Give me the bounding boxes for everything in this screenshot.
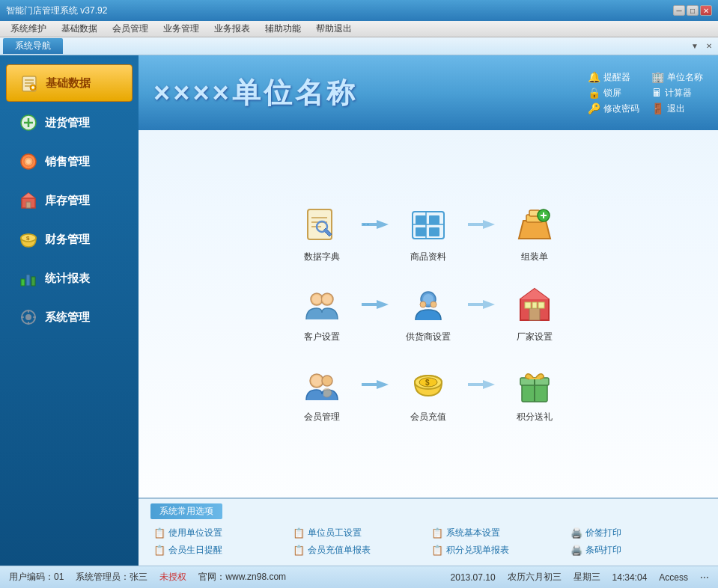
menu-auxiliary[interactable]: 辅助功能 bbox=[258, 21, 308, 37]
sidebar-item-finance[interactable]: $ 财务管理 bbox=[6, 221, 133, 257]
assemble-label: 组装单 bbox=[521, 251, 548, 263]
svg-point-24 bbox=[25, 314, 31, 320]
member-recharge-label: 会员充值 bbox=[410, 411, 446, 423]
close-button[interactable]: ✕ bbox=[700, 5, 712, 16]
sidebar-label-system: 系统管理 bbox=[45, 310, 90, 325]
tool-calculator-label: 计算器 bbox=[665, 87, 692, 99]
status-time: 14:34:04 bbox=[612, 572, 648, 583]
maximize-button[interactable]: □ bbox=[687, 5, 699, 16]
ql-link-barcode-print[interactable]: 🖨️ 条码打印 bbox=[568, 542, 707, 558]
sidebar-item-sales[interactable]: 销售管理 bbox=[6, 144, 133, 180]
svg-rect-63 bbox=[525, 302, 531, 308]
ql-label-recharge-report: 会员充值单报表 bbox=[308, 544, 371, 557]
menu-business-management[interactable]: 业务管理 bbox=[156, 21, 207, 37]
icon-products[interactable]: 商品资料 bbox=[395, 204, 462, 263]
tool-unit-name-label: 单位名称 bbox=[667, 71, 703, 84]
menu-business-reports[interactable]: 业务报表 bbox=[207, 21, 258, 37]
navtab-buttons: ▼ ✕ bbox=[688, 40, 715, 52]
content-area: ××××单位名称 🔔 提醒器 🏢 单位名称 🔒 锁屏 🖩 计算器 bbox=[139, 55, 718, 566]
points-gift-label: 积分送礼 bbox=[517, 411, 553, 423]
banner-title: ××××单位名称 bbox=[153, 74, 358, 112]
tool-change-password[interactable]: 🔑 修改密码 bbox=[588, 102, 639, 115]
status-weekday: 星期三 bbox=[574, 571, 600, 584]
title-bar: 智能门店管理系统 v37.92 ─ □ ✕ bbox=[0, 0, 718, 21]
svg-rect-78 bbox=[531, 378, 538, 379]
manufacturer-label: 厂家设置 bbox=[517, 331, 553, 343]
arrow-5 bbox=[362, 376, 389, 398]
data-dict-img bbox=[300, 204, 344, 248]
member-mgmt-img bbox=[300, 364, 344, 408]
menu-system-maintenance[interactable]: 系统维护 bbox=[3, 21, 54, 37]
ql-link-recharge-report[interactable]: 📋 会员充值单报表 bbox=[290, 542, 429, 558]
ql-icon-price-print: 🖨️ bbox=[571, 527, 582, 539]
minimize-button[interactable]: ─ bbox=[673, 5, 685, 16]
quicklinks-links: 📋 使用单位设置 📋 单位员工设置 📋 系统基本设置 🖨️ 价签打印 📋 bbox=[150, 522, 706, 561]
sidebar-label-finance: 财务管理 bbox=[45, 233, 90, 247]
ql-icon-points-report: 📋 bbox=[431, 545, 443, 556]
status-website: 官网：www.zn98.com bbox=[198, 571, 286, 584]
svg-rect-14 bbox=[26, 202, 31, 208]
icon-member-recharge[interactable]: $ 会员充值 bbox=[395, 364, 462, 423]
ql-label-unit-settings: 使用单位设置 bbox=[168, 527, 222, 539]
svg-rect-64 bbox=[538, 302, 544, 308]
nav-tab-label[interactable]: 系统导航 bbox=[3, 38, 63, 54]
assemble-img bbox=[513, 204, 556, 248]
sidebar-item-basic-data[interactable]: 基础数据 bbox=[6, 64, 133, 102]
icon-data-dict[interactable]: 数据字典 bbox=[288, 204, 356, 263]
sales-icon bbox=[18, 151, 39, 172]
sidebar-item-system[interactable]: 系统管理 bbox=[6, 299, 133, 335]
navtab-close[interactable]: ✕ bbox=[703, 40, 715, 52]
icon-assemble[interactable]: 组装单 bbox=[501, 204, 568, 263]
sidebar-item-purchase[interactable]: 进货管理 bbox=[6, 105, 133, 141]
arrow-1 bbox=[362, 215, 389, 238]
icon-manufacturer[interactable]: 厂家设置 bbox=[501, 284, 568, 343]
status-bar: 用户编码：01 系统管理员：张三 未授权 官网：www.zn98.com 201… bbox=[0, 566, 718, 588]
tool-exit[interactable]: 🚪 退出 bbox=[651, 102, 703, 115]
ql-link-unit-settings[interactable]: 📋 使用单位设置 bbox=[150, 525, 290, 541]
menu-help-exit[interactable]: 帮助退出 bbox=[308, 21, 359, 37]
tool-lock-screen[interactable]: 🔒 锁屏 bbox=[588, 87, 639, 99]
sidebar-item-inventory[interactable]: 库存管理 bbox=[6, 183, 133, 218]
ql-link-points-report[interactable]: 📋 积分兑现单报表 bbox=[428, 542, 568, 558]
svg-marker-61 bbox=[520, 289, 549, 299]
svg-rect-62 bbox=[529, 308, 540, 320]
password-icon: 🔑 bbox=[588, 102, 600, 114]
menu-member-management[interactable]: 会员管理 bbox=[105, 21, 156, 37]
icon-customer[interactable]: 客户设置 bbox=[288, 284, 356, 343]
basic-data-icon bbox=[19, 73, 40, 94]
navtab-dropdown[interactable]: ▼ bbox=[688, 40, 702, 52]
svg-marker-54 bbox=[362, 300, 389, 309]
member-recharge-img: $ bbox=[407, 364, 450, 408]
system-icon bbox=[18, 307, 39, 328]
sidebar-item-stats[interactable]: 统计报表 bbox=[6, 260, 133, 296]
ql-link-birthday-reminder[interactable]: 📋 会员生日提醒 bbox=[150, 542, 290, 558]
ql-icon-employee-settings: 📋 bbox=[293, 527, 305, 539]
svg-text:$: $ bbox=[26, 235, 30, 242]
ql-link-price-print[interactable]: 🖨️ 价签打印 bbox=[568, 525, 707, 541]
tool-unit-name[interactable]: 🏢 单位名称 bbox=[651, 71, 703, 84]
ql-link-employee-settings[interactable]: 📋 单位员工设置 bbox=[290, 525, 429, 541]
ql-label-price-print: 价签打印 bbox=[585, 527, 621, 539]
customer-img bbox=[300, 284, 344, 328]
ql-link-system-settings[interactable]: 📋 系统基本设置 bbox=[428, 525, 568, 541]
status-date: 2013.07.10 bbox=[451, 572, 496, 583]
banner: ××××单位名称 🔔 提醒器 🏢 单位名称 🔒 锁屏 🖩 计算器 bbox=[139, 55, 718, 130]
menu-basic-data[interactable]: 基础数据 bbox=[54, 21, 105, 37]
sidebar: 基础数据 进货管理 销售管理 bbox=[0, 55, 139, 566]
icon-supplier[interactable]: 供货商设置 bbox=[395, 284, 462, 343]
tool-reminder[interactable]: 🔔 提醒器 bbox=[588, 71, 639, 84]
stats-icon bbox=[18, 268, 39, 289]
svg-rect-40 bbox=[429, 227, 439, 236]
nav-tab: 系统导航 ▼ ✕ bbox=[0, 37, 718, 55]
icon-member-mgmt[interactable]: 会员管理 bbox=[288, 364, 356, 423]
sidebar-label-stats: 统计报表 bbox=[45, 272, 90, 286]
sidebar-label-basic-data: 基础数据 bbox=[46, 76, 91, 91]
finance-icon: $ bbox=[18, 229, 39, 250]
icon-points-gift[interactable]: 积分送礼 bbox=[501, 364, 568, 423]
svg-marker-34 bbox=[362, 220, 389, 229]
tool-calculator[interactable]: 🖩 计算器 bbox=[651, 87, 703, 99]
sidebar-label-purchase: 进货管理 bbox=[45, 116, 90, 130]
data-dict-label: 数据字典 bbox=[304, 251, 340, 263]
svg-rect-26 bbox=[28, 322, 29, 325]
sidebar-label-sales: 销售管理 bbox=[45, 155, 90, 169]
